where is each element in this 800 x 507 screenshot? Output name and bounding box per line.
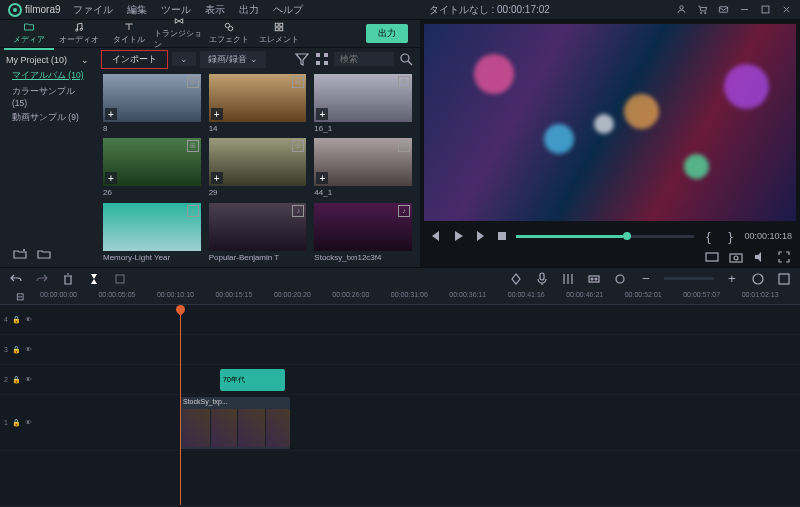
album-link[interactable]: マイアルバム (10): [6, 68, 89, 84]
next-frame-button[interactable]: [472, 228, 488, 244]
zoom-slider[interactable]: [664, 277, 714, 280]
record-button[interactable]: 録画/録音 ⌄: [200, 51, 266, 68]
timeline-settings-icon[interactable]: [776, 271, 792, 287]
search-icon[interactable]: [398, 51, 414, 67]
prev-frame-button[interactable]: [428, 228, 444, 244]
eye-icon[interactable]: 👁: [25, 346, 32, 353]
zoom-out-button[interactable]: −: [638, 271, 654, 287]
lock-icon[interactable]: 🔒: [12, 346, 21, 354]
media-clip[interactable]: ⊞+16_1: [314, 74, 412, 134]
tab-title[interactable]: タイトル: [104, 18, 154, 50]
cart-icon[interactable]: [697, 4, 708, 15]
eye-icon[interactable]: 👁: [25, 376, 32, 383]
lock-icon[interactable]: 🔒: [12, 419, 21, 427]
track-2[interactable]: 2🔒👁 70年代: [0, 365, 800, 395]
preview-scrubber[interactable]: [516, 235, 694, 238]
redo-button[interactable]: [34, 271, 50, 287]
title-clip[interactable]: 70年代: [220, 369, 285, 391]
delete-button[interactable]: [60, 271, 76, 287]
tab-element[interactable]: エレメント: [254, 18, 304, 50]
media-clip[interactable]: ⊞+14: [209, 74, 307, 134]
message-icon[interactable]: [718, 4, 729, 15]
voiceover-icon[interactable]: [508, 271, 524, 287]
lock-icon[interactable]: 🔒: [12, 376, 21, 384]
video-clip[interactable]: [180, 397, 290, 449]
sidebar-folder-video[interactable]: 動画サンプル (9): [6, 110, 89, 126]
preview-timecode: 00:00:10:18: [744, 231, 792, 241]
menu-edit[interactable]: 編集: [127, 3, 147, 17]
menu-help[interactable]: ヘルプ: [273, 3, 303, 17]
svg-point-2: [705, 12, 706, 13]
media-clip[interactable]: ⊞+26: [103, 138, 201, 198]
menu-output[interactable]: 出力: [239, 3, 259, 17]
marker-icon[interactable]: [612, 271, 628, 287]
quality-icon[interactable]: [704, 249, 720, 265]
mark-out-button[interactable]: }: [722, 228, 738, 244]
mic-icon[interactable]: [534, 271, 550, 287]
stop-button[interactable]: [494, 228, 510, 244]
media-clip[interactable]: ⊞+44_1: [314, 138, 412, 198]
crop-button[interactable]: [112, 271, 128, 287]
zoom-in-button[interactable]: +: [724, 271, 740, 287]
preview-viewport: [424, 24, 796, 221]
timeline-ruler[interactable]: ⊟ 00:00:00:0000:00:05:0500:00:10:1000:00…: [0, 289, 800, 305]
add-to-timeline-icon[interactable]: +: [316, 172, 328, 184]
track-label: 2: [4, 376, 8, 383]
media-clip[interactable]: ⊞+8: [103, 74, 201, 134]
close-button[interactable]: [781, 4, 792, 15]
track-4[interactable]: 4🔒👁: [0, 305, 800, 335]
add-to-timeline-icon[interactable]: +: [105, 172, 117, 184]
media-clip[interactable]: ♪Popular-Benjamin T: [209, 203, 307, 263]
add-to-timeline-icon[interactable]: +: [316, 108, 328, 120]
svg-point-27: [616, 275, 624, 283]
export-button[interactable]: 出力: [366, 24, 408, 43]
track-3[interactable]: 3🔒👁: [0, 335, 800, 365]
filter-icon[interactable]: [294, 51, 310, 67]
svg-point-28: [753, 274, 763, 284]
chevron-down-icon: ⌄: [81, 55, 89, 65]
svg-point-21: [734, 256, 738, 260]
media-clip[interactable]: ⊞+29: [209, 138, 307, 198]
svg-rect-13: [316, 53, 320, 57]
lock-icon[interactable]: 🔒: [12, 316, 21, 324]
track-1[interactable]: 1🔒👁: [0, 395, 800, 451]
fullscreen-icon[interactable]: [776, 249, 792, 265]
import-dropdown[interactable]: ⌄: [172, 52, 196, 66]
open-folder-button[interactable]: [36, 246, 52, 262]
add-to-timeline-icon[interactable]: +: [211, 108, 223, 120]
menu-file[interactable]: ファイル: [73, 3, 113, 17]
eye-icon[interactable]: 👁: [25, 419, 32, 426]
play-button[interactable]: [450, 228, 466, 244]
zoom-fit-button[interactable]: [750, 271, 766, 287]
add-to-timeline-icon[interactable]: +: [105, 108, 117, 120]
menu-view[interactable]: 表示: [205, 3, 225, 17]
volume-icon[interactable]: [752, 249, 768, 265]
clip-type-icon: ⊞: [292, 140, 304, 152]
import-button[interactable]: インポート: [101, 50, 168, 69]
mark-in-button[interactable]: {: [700, 228, 716, 244]
mixer-icon[interactable]: [560, 271, 576, 287]
account-icon[interactable]: [676, 4, 687, 15]
search-input[interactable]: [334, 52, 394, 66]
tab-effect[interactable]: エフェクト: [204, 18, 254, 50]
sidebar-folder-color[interactable]: カラーサンプル (15): [6, 84, 89, 110]
split-button[interactable]: [86, 271, 102, 287]
minimize-button[interactable]: [739, 4, 750, 15]
snapshot-icon[interactable]: [728, 249, 744, 265]
svg-rect-29: [779, 274, 789, 284]
undo-button[interactable]: [8, 271, 24, 287]
media-clip[interactable]: ♪Memory-Light Year: [103, 203, 201, 263]
tab-audio[interactable]: オーディオ: [54, 18, 104, 50]
svg-point-8: [228, 26, 233, 31]
project-folder[interactable]: My Project (10)⌄: [6, 52, 89, 68]
add-to-timeline-icon[interactable]: +: [211, 172, 223, 184]
track-collapse-icon[interactable]: ⊟: [12, 289, 28, 305]
tab-media[interactable]: メディア: [4, 18, 54, 50]
eye-icon[interactable]: 👁: [25, 316, 32, 323]
track-label: 1: [4, 419, 8, 426]
keyframe-icon[interactable]: [586, 271, 602, 287]
maximize-button[interactable]: [760, 4, 771, 15]
media-clip[interactable]: ♪Stocksy_txn12c3f4: [314, 203, 412, 263]
new-folder-button[interactable]: [12, 246, 28, 262]
grid-view-icon[interactable]: [314, 51, 330, 67]
